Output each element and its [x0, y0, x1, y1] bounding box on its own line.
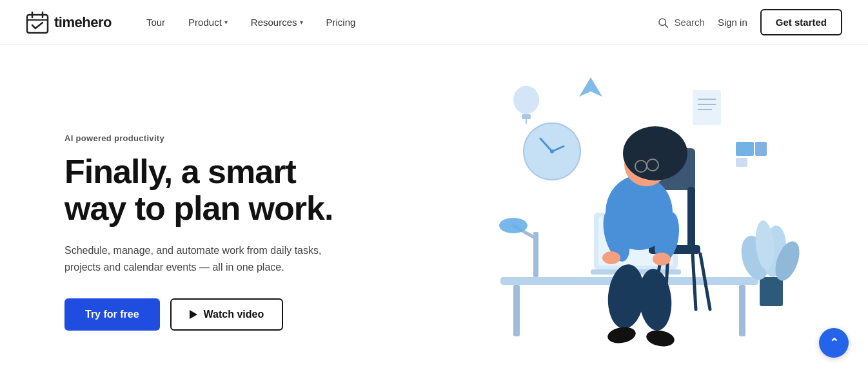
illustration-svg: [442, 64, 829, 377]
svg-point-39: [623, 126, 687, 180]
svg-marker-9: [579, 77, 602, 97]
hero-title: Finally, a smart way to plan work.: [64, 153, 387, 227]
svg-rect-7: [522, 114, 531, 119]
hero-text: AI powered productivity Finally, a smart…: [64, 133, 387, 331]
svg-point-26: [499, 218, 528, 233]
hero-illustration: [426, 84, 804, 377]
logo[interactable]: timehero: [26, 11, 112, 34]
svg-rect-14: [736, 142, 754, 156]
play-icon: [190, 310, 197, 319]
sign-in-link[interactable]: Sign in: [718, 17, 747, 28]
svg-point-46: [653, 253, 671, 266]
svg-rect-15: [755, 142, 767, 156]
search-button[interactable]: Search: [657, 17, 705, 28]
resources-chevron-icon: ▾: [300, 19, 303, 26]
svg-rect-30: [687, 187, 695, 248]
nav-right: Search Sign in Get started: [657, 9, 842, 35]
svg-line-5: [666, 24, 668, 27]
svg-point-50: [645, 328, 675, 348]
svg-rect-10: [693, 90, 721, 125]
svg-rect-0: [27, 15, 48, 33]
svg-rect-51: [760, 277, 783, 306]
nav-product[interactable]: Product ▾: [179, 12, 237, 33]
search-icon: [657, 17, 669, 28]
hero-buttons: Try for free Watch video: [64, 298, 387, 331]
svg-point-45: [602, 251, 620, 264]
chevron-up-icon: ⌃: [829, 337, 839, 349]
logo-icon: [26, 11, 49, 34]
svg-rect-16: [736, 158, 747, 167]
svg-rect-23: [739, 285, 745, 336]
navbar: timehero Tour Product ▾ Resources ▾ Pric…: [0, 0, 868, 45]
svg-point-49: [606, 325, 636, 345]
hero-description: Schedule, manage, and automate work from…: [64, 242, 335, 275]
try-free-button[interactable]: Try for free: [64, 298, 160, 331]
get-started-button[interactable]: Get started: [760, 9, 842, 35]
hero-subtitle: AI powered productivity: [64, 133, 387, 143]
product-chevron-icon: ▾: [224, 19, 228, 26]
scroll-to-top-button[interactable]: ⌃: [819, 328, 849, 358]
brand-name: timehero: [54, 14, 112, 31]
svg-rect-22: [513, 285, 520, 336]
svg-line-36: [693, 254, 696, 309]
hero-section: AI powered productivity Finally, a smart…: [0, 45, 868, 377]
nav-resources[interactable]: Resources ▾: [242, 12, 312, 33]
watch-video-button[interactable]: Watch video: [170, 298, 284, 331]
svg-point-6: [513, 86, 539, 114]
nav-tour[interactable]: Tour: [137, 12, 174, 33]
nav-links: Tour Product ▾ Resources ▾ Pricing: [137, 12, 657, 33]
nav-pricing[interactable]: Pricing: [317, 12, 365, 33]
